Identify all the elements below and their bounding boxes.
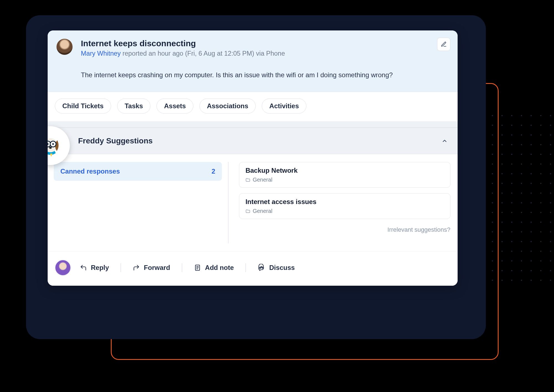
forward-label: Forward: [144, 264, 170, 272]
svg-point-12: [259, 267, 261, 269]
tab-assets[interactable]: Assets: [157, 99, 193, 114]
discuss-button[interactable]: Discuss: [256, 263, 296, 273]
canned-responses-count: 2: [212, 167, 215, 175]
svg-point-4: [52, 143, 54, 145]
tab-activities[interactable]: Activities: [262, 99, 306, 114]
suggestions-right-pane: Backup Network General Internet access i…: [229, 154, 458, 251]
action-bar: Reply Forward Add note Discuss: [48, 251, 458, 286]
ticket-header: Internet keeps disconnecting Mary Whitne…: [48, 30, 458, 92]
edit-button[interactable]: [437, 38, 450, 51]
svg-point-11: [261, 266, 262, 268]
tab-associations[interactable]: Associations: [199, 99, 256, 114]
reporter-link[interactable]: Mary Whitney: [81, 50, 121, 57]
irrelevant-suggestions-link[interactable]: Irrelevant suggestions?: [239, 226, 450, 233]
suggestions-body: Canned responses 2 Backup Network Genera…: [48, 154, 458, 251]
forward-button[interactable]: Forward: [131, 263, 172, 273]
response-card[interactable]: Internet access issues General: [239, 193, 450, 219]
response-folder: General: [245, 177, 444, 183]
tab-child-tickets[interactable]: Child Tickets: [55, 99, 111, 114]
action-separator: [120, 263, 121, 272]
ticket-body: The internet keeps crashing on my comput…: [81, 70, 449, 80]
ticket-meta: Mary Whitney reported an hour ago (Fri, …: [81, 50, 449, 57]
response-folder-label: General: [253, 177, 272, 183]
response-title: Internet access issues: [245, 198, 444, 206]
suggestions-left-pane: Canned responses 2: [48, 154, 228, 251]
tab-tasks[interactable]: Tasks: [117, 99, 150, 114]
discuss-icon: [258, 264, 265, 272]
chevron-up-icon[interactable]: [442, 138, 448, 144]
folder-icon: [245, 177, 250, 182]
svg-point-5: [49, 147, 52, 149]
tabs-row: Child Tickets Tasks Assets Associations …: [48, 92, 458, 122]
reply-label: Reply: [91, 264, 109, 272]
svg-point-13: [262, 267, 264, 269]
response-card[interactable]: Backup Network General: [239, 162, 450, 188]
response-title: Backup Network: [245, 167, 444, 174]
note-icon: [194, 264, 201, 271]
response-folder-label: General: [253, 208, 272, 214]
action-separator: [182, 263, 182, 272]
folder-icon: [245, 209, 250, 214]
canned-responses-item[interactable]: Canned responses 2: [54, 162, 222, 181]
add-note-label: Add note: [205, 264, 234, 272]
reply-button[interactable]: Reply: [78, 263, 111, 273]
pencil-icon: [441, 41, 447, 47]
discuss-label: Discuss: [269, 264, 295, 272]
reply-icon: [80, 264, 87, 271]
action-separator: [245, 263, 246, 272]
ticket-title: Internet keeps disconnecting: [81, 39, 449, 48]
suggestions-header[interactable]: Freddy Suggestions: [48, 128, 458, 154]
suggestions-title: Freddy Suggestions: [78, 136, 442, 145]
add-note-button[interactable]: Add note: [192, 263, 235, 273]
svg-marker-6: [50, 154, 53, 157]
forward-icon: [133, 264, 140, 271]
spacer-strip: [48, 122, 458, 128]
canned-responses-label: Canned responses: [60, 167, 120, 175]
reported-text: reported an hour ago (Fri, 6 Aug at 12:0…: [121, 50, 285, 57]
ticket-card: Internet keeps disconnecting Mary Whitne…: [48, 30, 458, 286]
response-folder: General: [245, 208, 444, 214]
agent-avatar: [55, 260, 71, 276]
requester-avatar: [57, 39, 73, 55]
